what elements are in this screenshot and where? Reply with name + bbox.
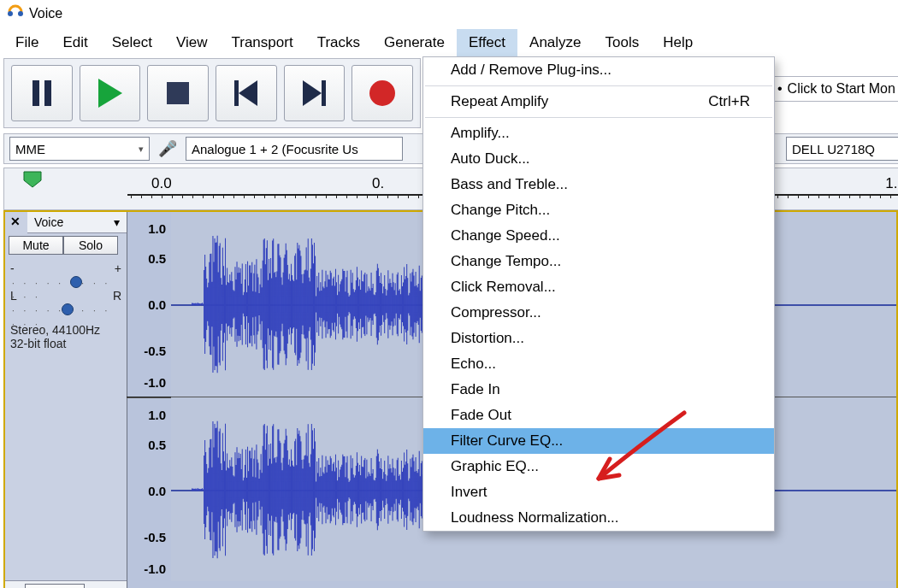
skip-start-button[interactable] [216,65,277,121]
effect-item-add-remove-plug-ins[interactable]: Add / Remove Plug-ins... [423,57,774,83]
effect-item-click-removal[interactable]: Click Removal... [423,274,774,300]
track-name-label: Voice [34,215,63,229]
track-select-button[interactable]: Select [25,584,85,588]
monitoring-text: Click to Start Mon [788,81,895,97]
chevron-down-icon: ▾ [114,215,120,229]
effect-menu: Add / Remove Plug-ins...Repeat AmplifyCt… [422,56,775,532]
menu-file[interactable]: File [3,29,50,58]
microphone-icon: 🎤 [158,139,177,158]
pause-button[interactable] [11,65,73,121]
record-icon [369,80,395,106]
effect-item-fade-out[interactable]: Fade Out [423,403,774,428]
play-button[interactable] [80,65,141,121]
menu-generate[interactable]: Generate [372,29,457,58]
close-track-button[interactable]: ✕ [10,215,21,228]
effect-item-auto-duck[interactable]: Auto Duck... [423,146,774,172]
skip-end-icon [303,80,326,106]
ruler-label: 0.0 [151,175,172,192]
transport-toolbar [3,58,421,128]
effect-item-echo[interactable]: Echo... [423,351,774,377]
pan-slider[interactable]: · · · · · · · · · · · · [12,303,120,311]
menu-tools[interactable]: Tools [594,29,652,58]
stop-icon [167,82,189,104]
menu-help[interactable]: Help [651,29,705,58]
solo-button[interactable]: Solo [63,236,118,255]
pause-icon [32,80,51,106]
app-logo-icon [7,3,24,24]
scale-label: 0.0 [148,484,166,498]
effect-item-change-pitch[interactable]: Change Pitch... [423,197,774,223]
skip-start-icon [234,80,257,106]
effect-item-bass-and-treble[interactable]: Bass and Treble... [423,172,774,197]
skip-end-button[interactable] [284,65,346,121]
stop-button[interactable] [147,65,209,121]
audio-host-combo[interactable]: MME ▾ [9,137,150,161]
pan-right-label: R [113,289,121,303]
track-sliders: - + · · · · · · · · · · · · L R · · · · … [10,262,121,316]
play-icon [98,79,122,108]
track-header: ✕ Voice ▾ Mute Solo - + · · · · · · · · … [5,212,127,588]
svg-marker-2 [24,172,41,187]
scale-label: -1.0 [144,374,166,389]
ruler-label: 1.5 [885,175,898,192]
monitoring-label[interactable]: • Click to Start Mon [771,76,898,102]
effect-item-repeat-amplify[interactable]: Repeat AmplifyCtrl+R [423,89,774,115]
scale-label: 0.0 [148,297,166,312]
audio-host-value: MME [15,142,45,156]
bullet-icon: • [777,81,783,97]
scale-label: -1.0 [144,561,166,575]
effect-item-fade-in[interactable]: Fade In [423,377,774,403]
scale-label: 1.0 [148,221,166,236]
mute-button[interactable]: Mute [9,236,63,255]
svg-point-0 [8,11,13,16]
menu-transport[interactable]: Transport [220,29,305,58]
recording-device-value: Analogue 1 + 2 (Focusrite Us [192,142,358,156]
effect-item-distortion[interactable]: Distortion... [423,326,774,351]
gain-minus-label: - [10,262,15,275]
effect-item-change-speed[interactable]: Change Speed... [423,223,774,249]
track-name-dropdown[interactable]: Voice ▾ [27,212,127,233]
effect-item-filter-curve-eq[interactable]: Filter Curve EQ... [423,428,774,454]
playback-device-combo[interactable]: DELL U2718Q [786,137,898,161]
menubar: FileEditSelectViewTransportTracksGenerat… [0,27,898,60]
amplitude-scale: 1.00.50.0-0.5-1.0 1.00.50.0-0.5-1.0 [127,212,172,581]
scale-label: -0.5 [144,530,166,544]
effect-item-graphic-eq[interactable]: Graphic EQ... [423,454,774,479]
menu-effect[interactable]: Effect [457,29,517,58]
menu-edit[interactable]: Edit [50,29,99,58]
effect-item-loudness-normalization[interactable]: Loudness Normalization... [423,505,774,531]
gain-slider[interactable]: · · · · · · · · · · · · [12,275,120,284]
effect-item-invert[interactable]: Invert [423,479,774,505]
svg-point-1 [18,11,23,16]
menu-select[interactable]: Select [100,29,164,58]
scale-label: -0.5 [144,344,166,358]
playback-device-value: DELL U2718Q [792,142,875,156]
record-button[interactable] [352,65,413,121]
menu-view[interactable]: View [164,29,220,58]
gain-plus-label: + [115,262,121,275]
effect-item-change-tempo[interactable]: Change Tempo... [423,249,774,274]
chevron-down-icon: ▾ [139,144,144,155]
track-format-info: Stereo, 44100Hz 32-bit float [10,323,121,350]
effect-item-amplify[interactable]: Amplify... [423,121,774,146]
menu-tracks[interactable]: Tracks [305,29,372,58]
recording-device-combo[interactable]: Analogue 1 + 2 (Focusrite Us [186,137,403,161]
title-bar: Voice [0,0,898,27]
playhead-icon[interactable] [21,170,44,191]
scale-label: 0.5 [148,251,166,266]
menu-analyze[interactable]: Analyze [517,29,593,58]
scale-label: 0.5 [148,438,166,452]
scale-label: 1.0 [148,408,166,422]
ruler-label: 0. [372,175,384,192]
effect-item-compressor[interactable]: Compressor... [423,300,774,326]
window-title: Voice [29,6,62,21]
